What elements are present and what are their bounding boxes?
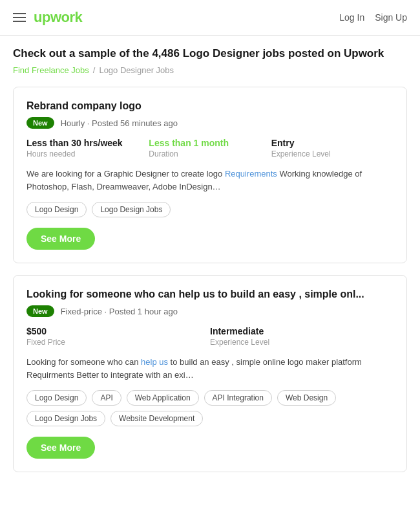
- login-link[interactable]: Log In: [339, 12, 364, 23]
- job-title-1: Rebrand company logo: [26, 100, 394, 112]
- header-left: upwork: [13, 9, 82, 26]
- job-stat-price-value: $500: [26, 326, 210, 336]
- tag-api[interactable]: API: [92, 390, 121, 406]
- tag-logo-design-jobs-1[interactable]: Logo Design Jobs: [92, 202, 171, 217]
- job-meta-text-1: Hourly · Posted 56 minutes ago: [61, 118, 178, 128]
- logo[interactable]: upwork: [34, 9, 82, 26]
- signup-link[interactable]: Sign Up: [375, 12, 407, 23]
- breadcrumb-current: Logo Designer Jobs: [99, 65, 174, 75]
- tag-logo-design-1[interactable]: Logo Design: [26, 202, 87, 217]
- job-stat-price-label: Fixed Price: [26, 338, 210, 347]
- job-title-2: Looking for someone who can help us to b…: [26, 289, 394, 300]
- see-more-button-2[interactable]: See More: [26, 437, 95, 459]
- job-stat-experience-2-value: Intermediate: [210, 326, 394, 336]
- job-card-2: Looking for someone who can help us to b…: [13, 275, 407, 472]
- breadcrumb-separator: /: [93, 65, 96, 75]
- job-stat-duration-label: Duration: [149, 149, 271, 158]
- job-description-1: We are looking for a Graphic Designer to…: [26, 168, 394, 193]
- tag-logo-design-jobs-2[interactable]: Logo Design Jobs: [26, 411, 105, 426]
- tag-web-application[interactable]: Web Application: [127, 390, 199, 406]
- tag-website-development[interactable]: Website Development: [110, 411, 203, 426]
- tag-api-integration[interactable]: API Integration: [204, 390, 272, 406]
- job-stat-hours-label: Hours needed: [26, 149, 149, 158]
- hamburger-menu[interactable]: [13, 13, 26, 22]
- job-stat-experience-value: Entry: [271, 138, 394, 148]
- job-meta-text-2: Fixed-price · Posted 1 hour ago: [61, 307, 178, 316]
- job-stat-experience-label: Experience Level: [271, 149, 394, 158]
- job-tags-1: Logo Design Logo Design Jobs: [26, 202, 394, 217]
- breadcrumb: Find Freelance Jobs / Logo Designer Jobs: [13, 65, 407, 75]
- job-stats-2: $500 Fixed Price Intermediate Experience…: [26, 326, 394, 347]
- job-stat-duration: Less than 1 month Duration: [149, 138, 271, 158]
- job-stat-price: $500 Fixed Price: [26, 326, 210, 347]
- header: upwork Log In Sign Up: [0, 0, 420, 36]
- tag-web-design[interactable]: Web Design: [277, 390, 336, 406]
- job-stat-duration-value: Less than 1 month: [149, 138, 271, 148]
- job-description-2: Looking for someone who can help us to b…: [26, 356, 394, 381]
- job-stat-experience: Entry Experience Level: [271, 138, 394, 158]
- job-meta-1: New Hourly · Posted 56 minutes ago: [26, 117, 394, 129]
- job-stats-1: Less than 30 hrs/week Hours needed Less …: [26, 138, 394, 158]
- job-tags-2: Logo Design API Web Application API Inte…: [26, 390, 394, 426]
- job-desc-link-2[interactable]: help us: [141, 357, 168, 367]
- badge-new-1: New: [26, 117, 54, 129]
- tag-logo-design-2[interactable]: Logo Design: [26, 390, 87, 406]
- job-desc-link-1[interactable]: Requirements: [225, 169, 277, 179]
- job-meta-2: New Fixed-price · Posted 1 hour ago: [26, 305, 394, 317]
- header-right: Log In Sign Up: [339, 12, 407, 23]
- see-more-button-1[interactable]: See More: [26, 228, 95, 250]
- badge-new-2: New: [26, 305, 54, 317]
- job-card-1: Rebrand company logo New Hourly · Posted…: [13, 87, 407, 263]
- job-stat-experience-2: Intermediate Experience Level: [210, 326, 394, 347]
- page-title: Check out a sample of the 4,486 Logo Des…: [13, 47, 407, 60]
- job-stat-hours: Less than 30 hrs/week Hours needed: [26, 138, 149, 158]
- main-content: Check out a sample of the 4,486 Logo Des…: [0, 36, 420, 496]
- breadcrumb-link[interactable]: Find Freelance Jobs: [13, 65, 89, 75]
- job-stat-experience-2-label: Experience Level: [210, 338, 394, 347]
- job-stat-hours-value: Less than 30 hrs/week: [26, 138, 149, 148]
